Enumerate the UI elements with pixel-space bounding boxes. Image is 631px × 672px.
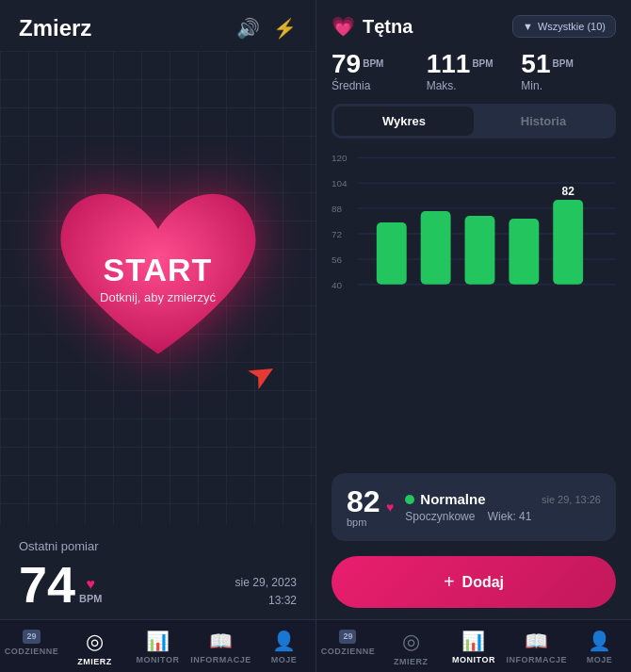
card-date: sie 29, 13:26 <box>542 494 601 505</box>
card-status: Normalne <box>420 491 485 507</box>
flash-icon[interactable]: ⚡ <box>273 17 297 40</box>
svg-text:120: 120 <box>332 153 348 163</box>
nav-moje-label-left: MOJE <box>271 655 298 664</box>
card-sub: Spoczynkowe Wiek: 41 <box>405 510 601 523</box>
stat-avg-value: 79BPM <box>332 51 427 77</box>
stat-max: 111BPM Maks. <box>427 51 522 92</box>
start-text: START Dotknij, aby zmierzyć <box>100 252 216 304</box>
header-icons: 🔊 ⚡ <box>236 17 297 40</box>
stat-avg: 79BPM Średnia <box>332 51 427 92</box>
sound-icon[interactable]: 🔊 <box>236 17 260 40</box>
book-icon-left: 📖 <box>209 630 233 652</box>
card-sub1: Spoczynkowe <box>405 510 475 523</box>
svg-rect-14 <box>465 216 495 285</box>
start-subtitle: Dotknij, aby zmierzyć <box>100 290 216 304</box>
chart-icon-right: 📊 <box>461 630 485 652</box>
heart-icon: ♥ <box>87 576 96 593</box>
svg-text:88: 88 <box>332 204 343 214</box>
chart-area: 120 104 88 72 56 40 82 <box>316 148 631 466</box>
bpm-unit: BPM <box>79 593 102 604</box>
card-info: Normalne sie 29, 13:26 Spoczynkowe Wiek:… <box>405 491 601 523</box>
measurement-card: 82 ♥ bpm Normalne sie 29, 13:26 Spoczynk… <box>332 473 616 541</box>
svg-rect-15 <box>509 219 539 285</box>
plus-icon: + <box>444 571 455 593</box>
stat-min: 51BPM Min. <box>521 51 616 92</box>
add-button[interactable]: + Dodaj <box>332 556 616 608</box>
last-measurement-label: Ostatni pomiar <box>19 539 297 553</box>
nav-informacje-left[interactable]: 📖 INFORMACJE <box>189 628 252 668</box>
nav-informacje-label-right: INFORMACJE <box>507 655 568 664</box>
last-date-line1: sie 29, 2023 <box>235 576 297 589</box>
last-value-row: 74 ♥ BPM sie 29, 2023 13:32 <box>19 559 297 610</box>
nav-moje-left[interactable]: 👤 MOJE <box>252 628 316 668</box>
nav-zmierz-left[interactable]: ◎ ZMIERZ <box>63 628 126 668</box>
filter-label: Wszystkie (10) <box>538 21 606 32</box>
right-title-group: 💗 Tętna <box>332 15 413 38</box>
right-panel: 💗 Tętna ▼ Wszystkie (10) 79BPM Średnia 1… <box>316 0 631 672</box>
fingerprint-icon-right: ◎ <box>402 630 420 654</box>
nav-zmierz-label-right: ZMIERZ <box>394 657 429 666</box>
fingerprint-icon-left: ◎ <box>86 630 104 654</box>
bpm-heart: ♥ BPM <box>79 576 102 604</box>
bar-chart: 120 104 88 72 56 40 82 <box>332 148 616 322</box>
stat-max-label: Maks. <box>427 79 522 92</box>
chart-icon-left: 📊 <box>146 630 170 652</box>
nav-codzienne-left[interactable]: 29 CODZIENNE <box>0 628 63 668</box>
card-heart-icon: ♥ <box>386 500 394 515</box>
nav-codzienne-label-left: CODZIENNE <box>5 647 59 656</box>
filter-button[interactable]: ▼ Wszystkie (10) <box>512 15 616 38</box>
last-measurement: Ostatni pomiar 74 ♥ BPM sie 29, 2023 13:… <box>0 524 316 619</box>
svg-rect-12 <box>377 222 407 285</box>
stat-min-value: 51BPM <box>521 51 616 77</box>
status-dot <box>405 495 414 504</box>
nav-monitor-left[interactable]: 📊 MONITOR <box>126 628 189 668</box>
nav-monitor-label-left: MONITOR <box>137 655 180 664</box>
nav-informacje-label-left: INFORMACJE <box>190 655 251 664</box>
nav-zmierz-right[interactable]: ◎ ZMIERZ <box>380 628 443 668</box>
nav-badge-left: 29 <box>23 630 40 644</box>
stat-min-label: Min. <box>521 79 616 92</box>
nav-badge-right: 29 <box>339 630 356 644</box>
svg-text:82: 82 <box>562 185 575 198</box>
card-sub2: Wiek: 41 <box>488 510 532 523</box>
last-date: sie 29, 2023 13:32 <box>235 574 297 610</box>
last-bpm-block: 74 ♥ BPM <box>19 559 103 610</box>
nav-monitor-label-right: MONITOR <box>452 655 495 664</box>
left-header: Zmierz 🔊 ⚡ <box>0 0 316 51</box>
right-header: 💗 Tętna ▼ Wszystkie (10) <box>316 0 631 47</box>
bottom-nav-left: 29 CODZIENNE ◎ ZMIERZ 📊 MONITOR 📖 INFORM… <box>0 619 316 672</box>
tab-chart[interactable]: Wykres <box>334 107 474 136</box>
last-bpm-value: 74 <box>19 559 75 610</box>
add-label: Dodaj <box>462 574 504 591</box>
stat-avg-label: Średnia <box>332 79 427 92</box>
heart-area[interactable]: START Dotknij, aby zmierzyć ➤ <box>0 51 316 524</box>
nav-moje-label-right: MOJE <box>587 655 613 664</box>
card-bpm-value: 82 ♥ <box>347 486 394 516</box>
heart-button[interactable]: START Dotknij, aby zmierzyć ➤ <box>50 179 267 377</box>
right-title: Tętna <box>363 16 413 38</box>
user-icon-left: 👤 <box>272 630 296 652</box>
heart-pulse-icon: 💗 <box>332 15 355 38</box>
svg-text:40: 40 <box>332 280 343 290</box>
stats-row: 79BPM Średnia 111BPM Maks. 51BPM Min. <box>316 47 631 104</box>
svg-rect-13 <box>421 211 451 285</box>
nav-monitor-right[interactable]: 📊 MONITOR <box>443 628 506 668</box>
left-title: Zmierz <box>19 15 91 41</box>
card-status-row: Normalne sie 29, 13:26 <box>405 491 601 507</box>
svg-rect-16 <box>553 200 583 285</box>
tab-history[interactable]: Historia <box>474 107 613 136</box>
svg-text:104: 104 <box>332 178 348 188</box>
filter-icon: ▼ <box>523 21 533 32</box>
tabs-row: Wykres Historia <box>332 104 616 139</box>
bottom-nav-right: 29 CODZIENNE ◎ ZMIERZ 📊 MONITOR 📖 INFORM… <box>316 619 631 672</box>
nav-codzienne-right[interactable]: 29 CODZIENNE <box>316 628 380 668</box>
nav-zmierz-label-left: ZMIERZ <box>77 657 112 666</box>
left-panel: Zmierz 🔊 ⚡ START Dotknij, aby zmierzyć ➤ <box>0 0 316 672</box>
start-label: START <box>104 252 213 288</box>
svg-text:56: 56 <box>332 254 343 265</box>
last-date-line2: 13:32 <box>268 594 297 607</box>
nav-codzienne-label-right: CODZIENNE <box>321 647 376 656</box>
nav-informacje-right[interactable]: 📖 INFORMACJE <box>505 628 568 668</box>
stat-max-value: 111BPM <box>427 51 522 77</box>
nav-moje-right[interactable]: 👤 MOJE <box>568 628 631 668</box>
